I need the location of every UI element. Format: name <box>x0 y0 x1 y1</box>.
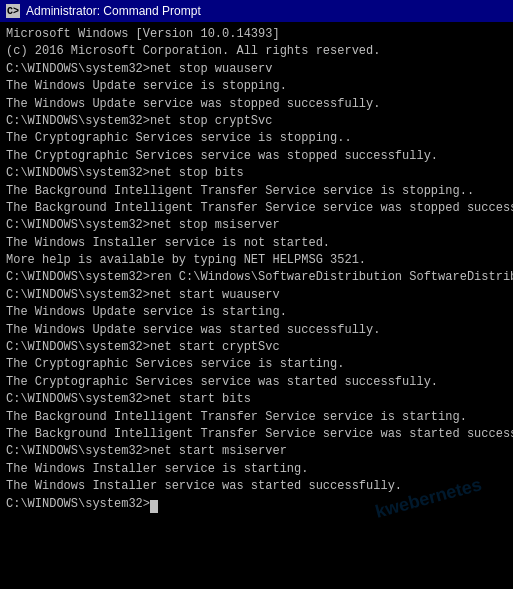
terminal-line: C:\WINDOWS\system32>net start wuauserv <box>6 287 507 304</box>
terminal-line: More help is available by typing NET HEL… <box>6 252 507 269</box>
terminal-line: The Cryptographic Services service was s… <box>6 374 507 391</box>
window-icon: C> <box>6 4 20 18</box>
terminal-body[interactable]: Microsoft Windows [Version 10.0.14393](c… <box>0 22 513 589</box>
terminal-line: The Windows Installer service is not sta… <box>6 235 507 252</box>
title-bar: C> Administrator: Command Prompt <box>0 0 513 22</box>
terminal-line: C:\WINDOWS\system32>net stop msiserver <box>6 217 507 234</box>
terminal-line: C:\WINDOWS\system32>net stop wuauserv <box>6 61 507 78</box>
terminal-line: C:\WINDOWS\system32> <box>6 496 507 513</box>
terminal-line: Microsoft Windows [Version 10.0.14393] <box>6 26 507 43</box>
terminal-line: The Windows Update service is stopping. <box>6 78 507 95</box>
terminal-line: The Windows Update service was stopped s… <box>6 96 507 113</box>
terminal-line: The Cryptographic Services service was s… <box>6 148 507 165</box>
terminal-line: C:\WINDOWS\system32>ren C:\Windows\Softw… <box>6 269 507 286</box>
terminal-line: C:\WINDOWS\system32>net start msiserver <box>6 443 507 460</box>
terminal-line: C:\WINDOWS\system32>net stop cryptSvc <box>6 113 507 130</box>
terminal-line: The Windows Update service was started s… <box>6 322 507 339</box>
cursor <box>150 500 158 513</box>
title-bar-text: Administrator: Command Prompt <box>26 4 507 18</box>
terminal-line: The Windows Update service is starting. <box>6 304 507 321</box>
terminal-line: The Cryptographic Services service is st… <box>6 356 507 373</box>
terminal-line: The Background Intelligent Transfer Serv… <box>6 426 507 443</box>
terminal-line: C:\WINDOWS\system32>net start bits <box>6 391 507 408</box>
terminal-line: The Windows Installer service was starte… <box>6 478 507 495</box>
terminal-line: The Background Intelligent Transfer Serv… <box>6 200 507 217</box>
terminal-output: Microsoft Windows [Version 10.0.14393](c… <box>6 26 507 513</box>
terminal-line: The Background Intelligent Transfer Serv… <box>6 183 507 200</box>
terminal-line: The Windows Installer service is startin… <box>6 461 507 478</box>
terminal-line: The Cryptographic Services service is st… <box>6 130 507 147</box>
terminal-line: (c) 2016 Microsoft Corporation. All righ… <box>6 43 507 60</box>
terminal-line: C:\WINDOWS\system32>net stop bits <box>6 165 507 182</box>
terminal-line: C:\WINDOWS\system32>net start cryptSvc <box>6 339 507 356</box>
terminal-line: The Background Intelligent Transfer Serv… <box>6 409 507 426</box>
